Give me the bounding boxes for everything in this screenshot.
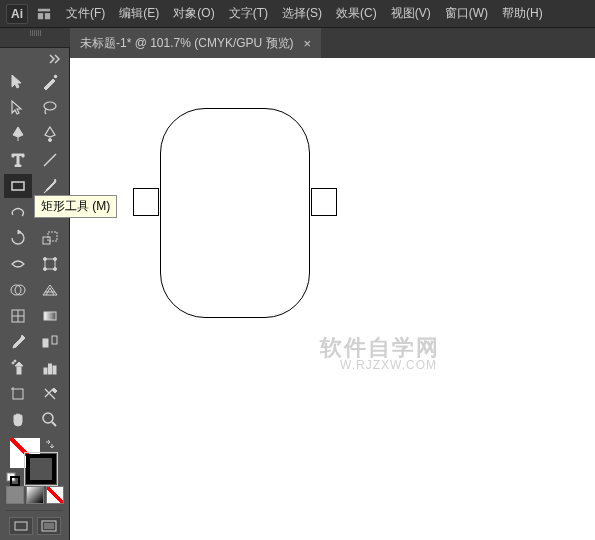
screen-mode-button[interactable] <box>37 517 61 535</box>
watermark-url: W.RJZXW.COM <box>340 358 437 372</box>
rotate-tool[interactable] <box>4 226 32 250</box>
line-segment-tool[interactable] <box>36 148 64 172</box>
svg-rect-38 <box>44 523 54 529</box>
swap-fill-stroke-icon[interactable] <box>44 438 56 450</box>
document-tab[interactable]: 未标题-1* @ 101.7% (CMYK/GPU 预览) × <box>70 28 321 58</box>
menu-effect[interactable]: 效果(C) <box>336 5 377 22</box>
width-tool[interactable] <box>4 252 32 276</box>
svg-rect-23 <box>17 367 21 374</box>
menu-select[interactable]: 选择(S) <box>282 5 322 22</box>
svg-rect-20 <box>44 312 56 320</box>
zoom-tool[interactable] <box>36 408 64 432</box>
default-fill-stroke-icon[interactable] <box>6 472 20 486</box>
svg-rect-10 <box>45 259 55 269</box>
color-mode-solid[interactable] <box>6 486 24 504</box>
svg-rect-6 <box>12 182 24 190</box>
direct-selection-tool[interactable] <box>4 96 32 120</box>
drawn-rectangle-right[interactable] <box>311 188 337 216</box>
slice-tool[interactable] <box>36 382 64 406</box>
svg-rect-29 <box>13 389 23 399</box>
eyedropper-tool[interactable] <box>4 330 32 354</box>
menu-view[interactable]: 视图(V) <box>391 5 431 22</box>
drag-handle-icon[interactable] <box>15 30 55 38</box>
svg-point-32 <box>43 413 53 423</box>
menu-bar: Ai 文件(F) 编辑(E) 对象(O) 文字(T) 选择(S) 效果(C) 视… <box>0 0 595 28</box>
free-transform-tool[interactable] <box>36 252 64 276</box>
perspective-grid-tool[interactable] <box>36 278 64 302</box>
selection-tool[interactable] <box>4 70 32 94</box>
menu-help[interactable]: 帮助(H) <box>502 5 543 22</box>
tool-tooltip: 矩形工具 (M) <box>34 195 117 218</box>
menu-type[interactable]: 文字(T) <box>229 5 268 22</box>
divider <box>6 510 63 511</box>
app-logo: Ai <box>6 4 28 24</box>
mesh-tool[interactable] <box>4 304 32 328</box>
workspace-switcher-icon[interactable] <box>36 6 52 22</box>
pen-tool[interactable] <box>4 122 32 146</box>
rectangle-tool[interactable] <box>4 174 32 198</box>
color-mode-row <box>4 486 65 504</box>
menu-object[interactable]: 对象(O) <box>173 5 214 22</box>
document-title: 未标题-1* @ 101.7% (CMYK/GPU 预览) <box>80 35 294 52</box>
svg-rect-36 <box>15 522 27 530</box>
tools-panel <box>0 48 70 540</box>
fill-stroke-swatches[interactable] <box>4 438 65 484</box>
svg-line-33 <box>52 422 56 426</box>
collapse-panel-icon[interactable] <box>4 54 65 68</box>
svg-point-24 <box>12 362 14 364</box>
svg-point-3 <box>44 102 56 110</box>
blend-tool[interactable] <box>36 330 64 354</box>
svg-point-4 <box>48 139 51 142</box>
curvature-tool[interactable] <box>36 122 64 146</box>
menu-file[interactable]: 文件(F) <box>66 5 105 22</box>
svg-rect-22 <box>52 336 57 344</box>
type-tool[interactable] <box>4 148 32 172</box>
svg-rect-21 <box>43 339 48 347</box>
drawn-rounded-rectangle[interactable] <box>160 108 310 318</box>
menu-window[interactable]: 窗口(W) <box>445 5 488 22</box>
column-graph-tool[interactable] <box>36 356 64 380</box>
svg-line-5 <box>44 154 56 166</box>
svg-rect-0 <box>38 8 50 11</box>
tools-grid <box>4 70 65 432</box>
svg-point-25 <box>14 360 16 362</box>
tool-panel-header[interactable] <box>0 28 70 48</box>
svg-point-12 <box>53 258 56 261</box>
screen-mode-row <box>4 517 65 535</box>
svg-rect-26 <box>44 368 47 374</box>
document-tab-bar: 未标题-1* @ 101.7% (CMYK/GPU 预览) × <box>70 28 595 58</box>
canvas[interactable]: 软件自学网 W.RJZXW.COM <box>70 58 595 540</box>
shape-builder-tool[interactable] <box>4 278 32 302</box>
artboard-tool[interactable] <box>4 382 32 406</box>
svg-rect-1 <box>38 13 43 19</box>
drawn-rectangle-left[interactable] <box>133 188 159 216</box>
svg-point-13 <box>43 268 46 271</box>
svg-rect-8 <box>43 237 50 244</box>
shaper-tool[interactable] <box>4 200 32 224</box>
svg-point-14 <box>53 268 56 271</box>
main-menu: 文件(F) 编辑(E) 对象(O) 文字(T) 选择(S) 效果(C) 视图(V… <box>66 5 543 22</box>
app-logo-text: Ai <box>11 7 23 21</box>
svg-point-11 <box>43 258 46 261</box>
symbol-sprayer-tool[interactable] <box>4 356 32 380</box>
scale-tool[interactable] <box>36 226 64 250</box>
gradient-tool[interactable] <box>36 304 64 328</box>
color-mode-gradient[interactable] <box>26 486 44 504</box>
svg-rect-27 <box>48 364 51 374</box>
svg-rect-2 <box>45 13 50 19</box>
stroke-swatch[interactable] <box>26 454 56 484</box>
color-mode-none[interactable] <box>46 486 64 504</box>
hand-tool[interactable] <box>4 408 32 432</box>
close-tab-icon[interactable]: × <box>304 36 312 51</box>
menu-edit[interactable]: 编辑(E) <box>119 5 159 22</box>
svg-rect-28 <box>53 366 56 374</box>
lasso-tool[interactable] <box>36 96 64 120</box>
magic-wand-tool[interactable] <box>36 70 64 94</box>
draw-mode-button[interactable] <box>9 517 33 535</box>
